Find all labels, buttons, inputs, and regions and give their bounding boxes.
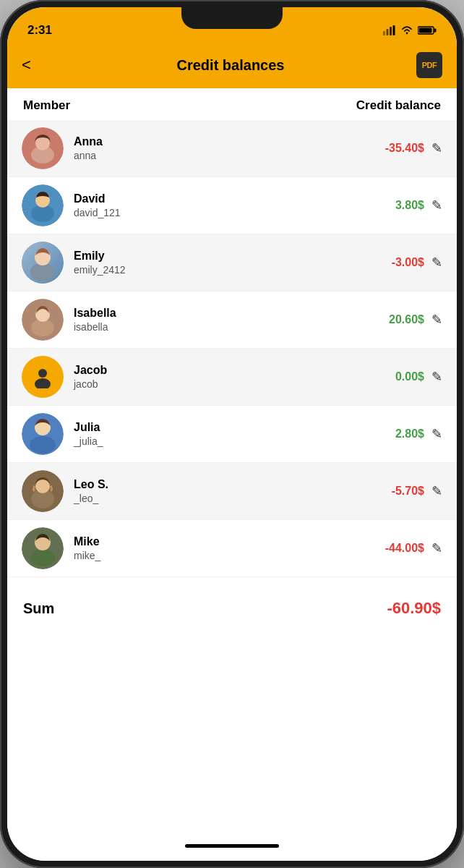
battery-icon [418, 25, 437, 35]
screen-inner: 2:31 [7, 7, 457, 861]
signal-icon [383, 25, 396, 35]
avatar [22, 299, 64, 341]
member-info: Emily emily_2412 [74, 249, 374, 277]
member-username: david_121 [74, 206, 374, 219]
members-list: Anna anna -35.40$ ✎ David david_121 3.80… [7, 120, 457, 577]
pdf-label: PDF [422, 61, 437, 69]
member-info: Isabella isabella [74, 306, 374, 334]
member-info: David david_121 [74, 192, 374, 220]
home-indicator [185, 844, 279, 848]
member-name: Isabella [74, 306, 374, 321]
member-username: jacob [74, 378, 374, 391]
member-username: mike_ [74, 549, 374, 562]
balance-amount: 3.80$ [374, 199, 424, 212]
balance-section: 20.60$ ✎ [374, 312, 442, 328]
balance-section: -44.00$ ✎ [374, 540, 442, 556]
edit-button[interactable]: ✎ [431, 483, 442, 499]
member-name: David [74, 192, 374, 207]
balance-section: 3.80$ ✎ [374, 197, 442, 213]
balance-amount: -3.00$ [374, 256, 424, 269]
avatar [22, 184, 64, 226]
edit-button[interactable]: ✎ [431, 197, 442, 213]
table-row: Julia _julia_ 2.80$ ✎ [7, 406, 457, 463]
wifi-icon [400, 25, 413, 35]
table-row: Jacob jacob 0.00$ ✎ [7, 349, 457, 406]
member-col-header: Member [23, 98, 70, 113]
member-name: Emily [74, 249, 374, 264]
table-row: Anna anna -35.40$ ✎ [7, 120, 457, 177]
member-username: isabella [74, 320, 374, 333]
edit-button[interactable]: ✎ [431, 255, 442, 271]
table-row: Leo S. _leo_ -5.70$ ✎ [7, 463, 457, 520]
svg-rect-7 [434, 29, 437, 33]
phone-frame: 2:31 [0, 0, 464, 868]
table-row: Emily emily_2412 -3.00$ ✎ [7, 234, 457, 292]
member-info: Mike mike_ [74, 535, 374, 563]
table-row: Mike mike_ -44.00$ ✎ [7, 520, 457, 577]
balance-amount: 20.60$ [374, 313, 424, 326]
svg-rect-2 [390, 27, 392, 35]
svg-rect-1 [387, 29, 389, 35]
member-username: _julia_ [74, 435, 374, 448]
avatar [22, 127, 64, 169]
balance-amount: 0.00$ [374, 370, 424, 383]
edit-button[interactable]: ✎ [431, 426, 442, 442]
balance-amount: -35.40$ [374, 142, 424, 155]
member-name: Anna [74, 135, 374, 150]
svg-rect-0 [383, 31, 385, 35]
edit-button[interactable]: ✎ [431, 312, 442, 328]
svg-rect-3 [393, 25, 395, 35]
balance-section: 2.80$ ✎ [374, 426, 442, 442]
edit-button[interactable]: ✎ [431, 540, 442, 556]
pdf-button[interactable]: PDF [416, 52, 442, 78]
svg-point-4 [406, 33, 408, 35]
app-header: < Credit balances PDF [7, 45, 457, 88]
back-button[interactable]: < [22, 56, 45, 75]
member-info: Jacob jacob [74, 363, 374, 391]
balance-amount: 2.80$ [374, 427, 424, 441]
status-icons [383, 25, 437, 35]
avatar [22, 470, 64, 512]
sum-amount: -60.90$ [387, 599, 441, 618]
balance-section: 0.00$ ✎ [374, 369, 442, 385]
member-username: _leo_ [74, 492, 374, 505]
status-time: 2:31 [27, 23, 52, 38]
edit-button[interactable]: ✎ [431, 140, 442, 156]
sum-row: Sum -60.90$ [7, 583, 457, 634]
member-name: Leo S. [74, 477, 374, 493]
member-name: Mike [74, 535, 374, 550]
member-info: Anna anna [74, 135, 374, 163]
member-name: Julia [74, 420, 374, 435]
member-username: emily_2412 [74, 263, 374, 276]
member-name: Jacob [74, 363, 374, 378]
phone-screen: 2:31 [7, 7, 457, 861]
avatar [22, 527, 64, 569]
svg-point-30 [30, 549, 55, 566]
table-header: Member Credit balance [7, 88, 457, 120]
member-info: Julia _julia_ [74, 420, 374, 448]
member-info: Leo S. _leo_ [74, 477, 374, 506]
svg-point-24 [30, 436, 56, 454]
table-row: David david_121 3.80$ ✎ [7, 177, 457, 234]
balance-section: -3.00$ ✎ [374, 255, 442, 271]
balance-amount: -44.00$ [374, 542, 424, 555]
page-title: Credit balances [177, 57, 285, 74]
notch [181, 7, 283, 29]
svg-point-22 [35, 378, 51, 388]
table-row: Isabella isabella 20.60$ ✎ [7, 292, 457, 349]
balance-amount: -5.70$ [374, 485, 424, 498]
avatar-placeholder [22, 356, 64, 398]
member-username: anna [74, 149, 374, 162]
balance-section: -35.40$ ✎ [374, 140, 442, 156]
content-area: Member Credit balance Anna anna -35.40$ … [7, 88, 457, 861]
avatar [22, 242, 64, 284]
avatar [22, 413, 64, 455]
svg-rect-6 [419, 28, 432, 33]
edit-button[interactable]: ✎ [431, 369, 442, 385]
balance-section: -5.70$ ✎ [374, 483, 442, 499]
sum-label: Sum [23, 600, 54, 617]
svg-point-21 [38, 369, 47, 378]
balance-col-header: Credit balance [356, 98, 441, 113]
